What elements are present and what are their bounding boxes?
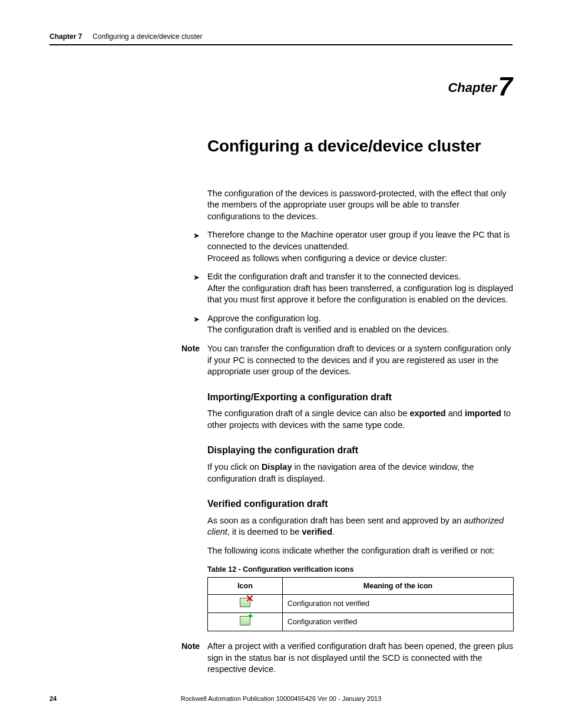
bullet-arrow-icon: ➤ [193,314,200,325]
verification-icons-table: Icon Meaning of the icon Configuration n… [207,577,514,631]
table-row: Configuration not verified [208,595,514,613]
bullet-arrow-icon: ➤ [193,272,200,283]
import-export-paragraph: The configuration draft of a single devi… [207,408,514,431]
meaning-cell: Configuration verified [283,613,514,631]
config-verified-icon [240,616,250,625]
chapter-mark: Chapter7 [49,74,513,100]
table-header-meaning: Meaning of the icon [283,578,514,595]
icon-cell-verified [208,613,283,631]
bullet-item-2: ➤ Edit the configuration draft and trans… [193,271,514,306]
intro-paragraph: The configuration of the devices is pass… [207,188,514,223]
bullet-item-3: ➤ Approve the configuration log. The con… [193,313,514,336]
chapter-number: 7 [498,72,513,101]
config-not-verified-icon [240,598,250,607]
bullet-1-line-1: Therefore change to the Machine operator… [207,230,510,251]
body-column: Configuring a device/device cluster The … [207,135,514,676]
note-2-text: After a project with a verified configur… [207,641,514,676]
verified-paragraph-1: As soon as a configuration draft has bee… [207,515,514,538]
page-title: Configuring a device/device cluster [49,135,514,157]
running-header-chapter: Chapter 7 [49,32,82,41]
table-caption: Table 12 - Configuration verification ic… [207,565,514,575]
icon-cell-not-verified [208,595,283,613]
verified-paragraph-2: The following icons indicate whether the… [207,545,514,557]
bullet-1-line-2: Proceed as follows when configuring a de… [207,253,447,263]
table-header-row: Icon Meaning of the icon [208,578,514,595]
table-row: Configuration verified [208,613,514,631]
table-header-icon: Icon [208,578,283,595]
note-label: Note [181,641,200,652]
running-header-title: Configuring a device/device cluster [92,32,202,41]
display-paragraph: If you click on Display in the navigatio… [207,462,514,485]
bullet-2-line-1: Edit the configuration draft and transfe… [207,272,461,281]
page: Chapter 7 Configuring a device/device cl… [0,0,562,728]
note-1: Note You can transfer the configuration … [181,343,514,378]
publication-line: Rockwell Automation Publication 10000455… [49,695,513,702]
running-header: Chapter 7 Configuring a device/device cl… [49,32,513,45]
note-2: Note After a project with a verified con… [181,641,514,676]
bullet-arrow-icon: ➤ [193,230,200,241]
subheading-import-export: Importing/Exporting a configuration draf… [207,391,514,404]
note-label: Note [181,343,200,354]
meaning-cell: Configuration not verified [283,595,514,613]
chapter-word: Chapter [448,80,497,95]
note-1-text: You can transfer the configuration draft… [207,343,514,378]
bullet-3-line-2: The configuration draft is verified and … [207,325,449,334]
subheading-verified: Verified configuration draft [207,498,514,510]
subheading-display: Displaying the configuration draft [207,444,514,457]
bullet-3-line-1: Approve the configuration log. [207,314,321,323]
bullet-2-line-2: After the configuration draft has been t… [207,284,513,305]
bullet-item-1: ➤ Therefore change to the Machine operat… [193,229,514,264]
